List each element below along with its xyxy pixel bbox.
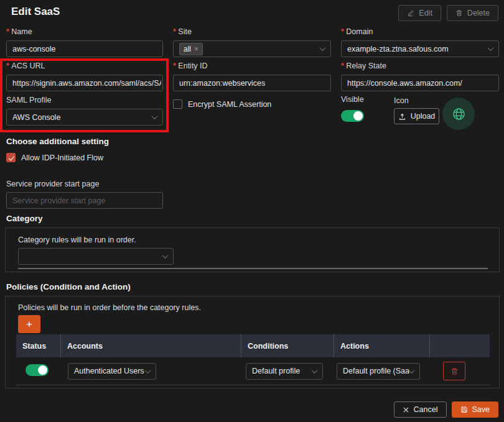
upload-button-label: Upload bbox=[411, 112, 436, 121]
name-label: Name bbox=[6, 27, 163, 36]
idp-flow-checkbox-row[interactable]: Allow IDP-Initiated Flow bbox=[6, 153, 103, 162]
site-field-group: Site all × bbox=[173, 27, 331, 57]
additional-settings-heading: Choose additional setting bbox=[6, 137, 109, 146]
upload-button[interactable]: Upload bbox=[394, 108, 439, 124]
column-header-actions: Actions bbox=[334, 334, 429, 357]
saml-profile-select[interactable]: AWS Console bbox=[6, 109, 163, 126]
page-title: Edit SaaS bbox=[11, 6, 60, 18]
policies-panel: Policies will be run in order before the… bbox=[5, 296, 500, 388]
relay-state-input[interactable] bbox=[341, 75, 499, 91]
edit-button-label: Edit bbox=[419, 9, 432, 17]
entity-id-field-group: Entity ID bbox=[173, 62, 331, 91]
delete-policy-button[interactable] bbox=[443, 362, 465, 380]
policy-conditions-value: Default profile bbox=[252, 367, 312, 375]
saml-profile-value: AWS Console bbox=[12, 113, 152, 122]
policies-table: Status Accounts Conditions Actions Authe… bbox=[16, 334, 490, 385]
visible-field-group: Visible bbox=[341, 95, 364, 124]
floppy-icon bbox=[460, 406, 468, 413]
delete-button[interactable]: Delete bbox=[447, 5, 498, 21]
name-input[interactable] bbox=[6, 40, 163, 57]
column-header-accounts: Accounts bbox=[60, 334, 241, 357]
policy-accounts-select[interactable]: Authenticated Users bbox=[68, 363, 156, 380]
chevron-down-icon bbox=[145, 367, 151, 374]
category-heading: Category bbox=[6, 214, 43, 223]
footer-actions: Cancel Save bbox=[394, 401, 498, 418]
category-panel: Category rules will be run in order. bbox=[5, 227, 500, 272]
policies-note: Policies will be run in order before the… bbox=[18, 303, 201, 312]
encrypt-saml-checkbox-row[interactable]: Encrypt SAML Assertion bbox=[173, 99, 271, 109]
domain-field-group: Domain example-zta.ztna.safous.com bbox=[341, 27, 499, 57]
acs-url-label: ACS URL bbox=[6, 62, 163, 70]
saml-profile-field-group: SAML Profile AWS Console bbox=[6, 96, 163, 126]
start-page-input[interactable] bbox=[6, 192, 163, 209]
category-note: Category rules will be run in order. bbox=[18, 236, 136, 244]
policies-heading: Policies (Condition and Action) bbox=[6, 282, 131, 291]
icon-label: Icon bbox=[394, 96, 439, 105]
relay-state-label: Relay State bbox=[341, 62, 499, 70]
visible-toggle[interactable] bbox=[341, 110, 364, 122]
chevron-down-icon bbox=[312, 367, 318, 374]
trash-icon bbox=[455, 9, 463, 17]
encrypt-saml-label: Encrypt SAML Assertion bbox=[188, 100, 271, 109]
cancel-button-label: Cancel bbox=[414, 405, 438, 414]
app-icon-avatar bbox=[442, 98, 475, 130]
policy-status-toggle[interactable] bbox=[26, 364, 49, 376]
globe-icon bbox=[452, 107, 466, 121]
name-field-group: Name bbox=[6, 27, 163, 57]
pencil-icon bbox=[407, 9, 414, 17]
site-select[interactable]: all × bbox=[173, 40, 331, 57]
policy-row: Authenticated Users Default profile Defa… bbox=[16, 357, 490, 385]
idp-flow-label: Allow IDP-Initiated Flow bbox=[21, 154, 103, 162]
chevron-down-icon bbox=[320, 45, 326, 51]
add-policy-button[interactable]: + bbox=[18, 315, 40, 333]
cancel-button[interactable]: Cancel bbox=[394, 401, 447, 418]
trash-icon bbox=[450, 367, 459, 375]
policy-accounts-value: Authenticated Users bbox=[74, 367, 146, 375]
save-button-label: Save bbox=[472, 405, 490, 414]
tag-close-icon[interactable]: × bbox=[194, 45, 198, 53]
column-header-delete bbox=[429, 334, 490, 357]
domain-value: example-zta.ztna.safous.com bbox=[347, 45, 488, 53]
acs-url-field-group: ACS URL bbox=[6, 62, 163, 91]
icon-field-group: Icon Upload bbox=[394, 96, 439, 124]
header-actions: Edit Delete bbox=[398, 5, 498, 21]
start-page-field-group: Service provider start page bbox=[6, 180, 163, 209]
encrypt-saml-checkbox[interactable] bbox=[173, 99, 182, 109]
policy-row-divider bbox=[16, 385, 490, 385]
relay-state-field-group: Relay State bbox=[341, 62, 499, 91]
entity-id-input[interactable] bbox=[173, 75, 331, 91]
site-label: Site bbox=[173, 27, 331, 36]
policy-conditions-select[interactable]: Default profile bbox=[246, 363, 323, 380]
domain-select[interactable]: example-zta.ztna.safous.com bbox=[341, 40, 499, 57]
category-select[interactable] bbox=[18, 248, 174, 265]
policy-actions-select[interactable]: Default profile (SaaS) bbox=[337, 363, 420, 380]
close-icon bbox=[403, 406, 409, 413]
chevron-down-icon bbox=[162, 252, 169, 259]
saml-profile-label: SAML Profile bbox=[6, 96, 163, 104]
entity-id-label: Entity ID bbox=[173, 62, 331, 70]
edit-button[interactable]: Edit bbox=[398, 5, 441, 21]
column-header-status: Status bbox=[16, 334, 60, 357]
column-header-conditions: Conditions bbox=[241, 334, 334, 357]
acs-url-input[interactable] bbox=[6, 75, 163, 91]
save-button[interactable]: Save bbox=[452, 401, 499, 418]
site-tag: all × bbox=[179, 43, 203, 55]
chevron-down-icon bbox=[409, 367, 415, 374]
domain-label: Domain bbox=[341, 27, 499, 36]
chevron-down-icon bbox=[152, 113, 158, 119]
start-page-label: Service provider start page bbox=[6, 180, 163, 188]
visible-label: Visible bbox=[341, 95, 364, 104]
site-tag-label: all bbox=[184, 45, 191, 53]
idp-flow-checkbox[interactable] bbox=[6, 153, 16, 162]
policies-table-header: Status Accounts Conditions Actions bbox=[16, 334, 490, 357]
chevron-down-icon bbox=[488, 45, 494, 51]
policy-actions-value: Default profile (SaaS) bbox=[343, 367, 409, 375]
category-divider bbox=[18, 268, 488, 269]
plus-icon: + bbox=[26, 319, 32, 329]
upload-icon bbox=[398, 112, 406, 121]
delete-button-label: Delete bbox=[467, 9, 490, 17]
